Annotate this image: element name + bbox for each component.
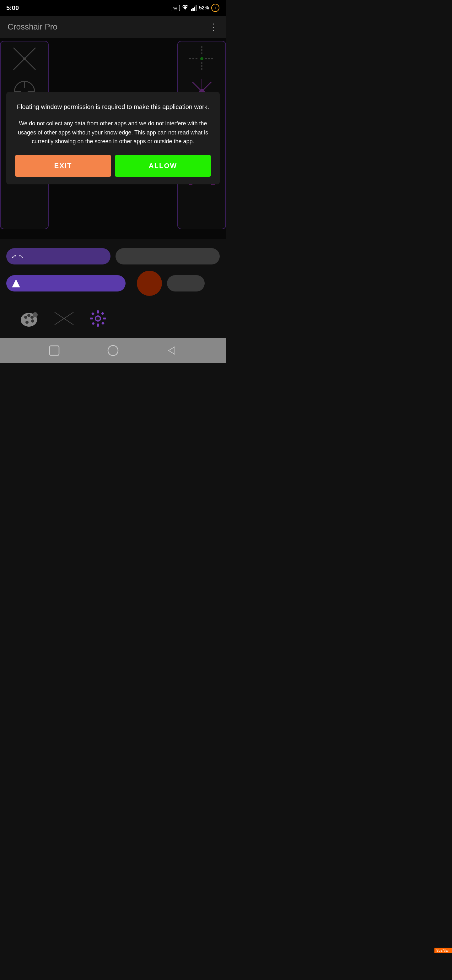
expand-slider[interactable]: ⤢ ⤡	[6, 248, 111, 264]
volte-icon: Vo	[171, 5, 179, 11]
svg-marker-2	[183, 7, 187, 10]
svg-rect-59	[49, 346, 59, 355]
svg-rect-56	[101, 312, 104, 315]
bottom-toolbar	[6, 302, 220, 335]
svg-rect-5	[194, 6, 195, 11]
battery-text: 52%	[199, 5, 209, 11]
main-content: Floating window permission is required t…	[0, 38, 226, 338]
svg-point-41	[27, 314, 30, 317]
svg-point-50	[96, 317, 100, 320]
crosshair-thumb-icon[interactable]	[51, 309, 76, 328]
dialog-buttons: EXIT ALLOW	[15, 155, 211, 177]
crosshair-area: Floating window permission is required t…	[0, 38, 226, 239]
exit-button[interactable]: EXIT	[15, 155, 111, 177]
dialog-primary-text: Floating window permission is required t…	[15, 102, 211, 111]
svg-point-40	[24, 316, 27, 319]
svg-rect-4	[192, 8, 193, 11]
status-time: 5:00	[6, 5, 19, 12]
palette-icon[interactable]	[19, 309, 39, 329]
nav-home-button[interactable]	[107, 344, 119, 357]
expand-icon: ⤢ ⤡	[11, 253, 24, 260]
signal-icon	[191, 5, 197, 11]
dialog-secondary-text: We do not collect any data from other ap…	[15, 119, 211, 146]
bottom-controls: ⤢ ⤡	[0, 239, 226, 338]
svg-point-60	[108, 345, 118, 356]
nav-square-button[interactable]	[48, 344, 60, 357]
svg-point-43	[31, 320, 34, 323]
wifi-icon	[181, 5, 189, 11]
nav-back-button[interactable]	[165, 344, 178, 357]
slider-row-1: ⤢ ⤡	[6, 248, 220, 264]
menu-button[interactable]: ⋮	[209, 22, 219, 32]
svg-point-45	[33, 312, 38, 317]
shape-icon	[11, 278, 21, 288]
app-bar: Crosshair Pro ⋮	[0, 16, 226, 38]
svg-rect-57	[92, 322, 95, 325]
nav-bar	[0, 338, 226, 363]
svg-point-44	[25, 321, 29, 324]
app-title: Crosshair Pro	[8, 22, 57, 32]
svg-rect-3	[191, 9, 192, 11]
svg-rect-52	[97, 323, 99, 327]
svg-rect-51	[97, 310, 99, 313]
slider-row-2	[6, 271, 220, 296]
status-bar: 5:00 Vo 52% +	[0, 0, 226, 16]
color-toggle[interactable]	[137, 271, 162, 296]
svg-rect-55	[91, 312, 95, 315]
gear-icon[interactable]	[89, 310, 107, 327]
allow-button[interactable]: ALLOW	[115, 155, 211, 177]
dialog-overlay: Floating window permission is required t…	[0, 38, 226, 239]
svg-marker-38	[12, 279, 20, 287]
toggle-track[interactable]	[167, 275, 205, 291]
svg-marker-61	[168, 347, 175, 354]
battery-icon: +	[211, 3, 220, 12]
svg-text:Vo: Vo	[173, 6, 177, 10]
permission-dialog: Floating window permission is required t…	[6, 92, 220, 185]
svg-rect-54	[103, 318, 106, 320]
status-icons: Vo 52% +	[171, 3, 220, 12]
svg-text:+: +	[214, 6, 216, 10]
svg-rect-53	[90, 318, 93, 320]
shape-slider[interactable]	[6, 275, 125, 291]
svg-rect-58	[102, 321, 105, 325]
expand-slider-track[interactable]	[116, 248, 220, 264]
svg-rect-6	[195, 5, 197, 11]
